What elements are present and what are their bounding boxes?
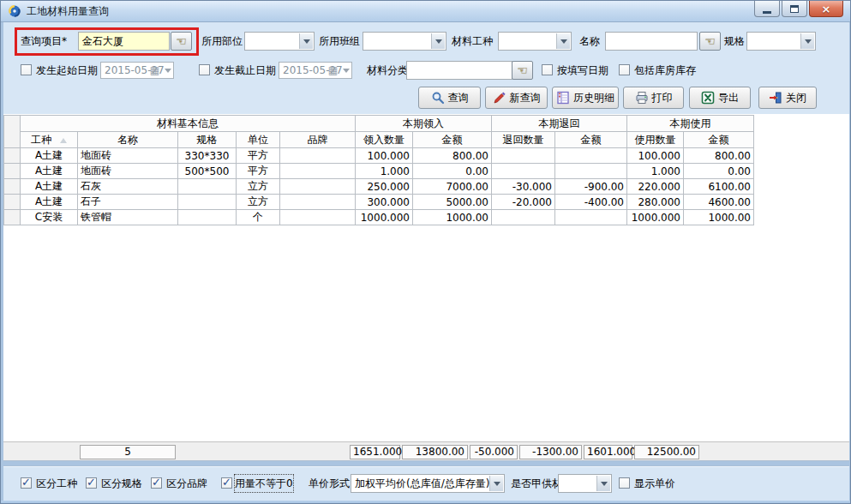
name-label: 名称 — [579, 32, 600, 51]
cell — [555, 210, 627, 225]
hand-picker-icon: ☜ — [704, 34, 716, 48]
chevron-down-icon — [556, 33, 570, 49]
table-row[interactable]: A土建石子立方300.0005000.00-20.000-400.00280.0… — [4, 195, 754, 210]
table-row[interactable]: A土建石灰立方250.0007000.00-30.000-900.00220.0… — [4, 179, 754, 195]
trade-select[interactable] — [498, 32, 572, 51]
cell: 铁管帽 — [78, 210, 178, 225]
new-query-button[interactable]: 新查询 — [485, 87, 548, 109]
cell: 石子 — [78, 195, 178, 210]
col-header-recv-amt[interactable]: 金额 — [413, 132, 492, 148]
distinguish-spec-checkbox[interactable] — [86, 477, 97, 489]
price-mode-select[interactable]: 加权平均价(总库值/总库存量) — [351, 474, 505, 493]
start-date-picker[interactable]: 2015-05-27 ▦ — [100, 62, 174, 79]
close-window-button[interactable]: 关闭 — [758, 87, 817, 109]
row-selector[interactable] — [4, 179, 21, 195]
total-used-amt: 12500.00 — [634, 445, 699, 459]
by-fill-date-checkbox[interactable] — [542, 64, 553, 75]
cell: 1.000 — [627, 164, 684, 179]
cell: -30.000 — [492, 179, 555, 195]
title-bar: 工地材料用量查询 × — [1, 1, 850, 22]
cell: 个 — [237, 210, 280, 225]
col-header-ret-amt[interactable]: 金额 — [555, 132, 627, 148]
history-grid-icon — [556, 91, 570, 105]
by-fill-date-label: 按填写日期 — [557, 61, 608, 80]
spec-select[interactable] — [746, 32, 816, 51]
calendar-icon: ▦ — [150, 64, 159, 76]
col-header-used-qty[interactable]: 使用数量 — [627, 132, 684, 148]
include-warehouse-checkbox[interactable] — [619, 64, 630, 75]
col-header-recv-qty[interactable]: 领入数量 — [356, 132, 413, 148]
query-button[interactable]: 查询 — [418, 87, 481, 109]
cell: -400.00 — [555, 195, 627, 210]
distinguish-trade-checkbox[interactable] — [21, 477, 32, 489]
col-header-name[interactable]: 名称 — [78, 132, 178, 148]
cell — [280, 195, 356, 210]
row-selector[interactable] — [4, 210, 21, 225]
options-bar: 区分工种 区分规格 区分品牌 用量不等于0 单价形式 加权平均价(总库值/总库存… — [3, 465, 849, 501]
name-picker-button[interactable]: ☜ — [699, 32, 721, 51]
chevron-down-icon — [596, 476, 610, 491]
chevron-down-icon — [489, 476, 503, 491]
cell — [492, 148, 555, 164]
hand-picker-icon: ☜ — [176, 34, 187, 48]
distinguish-brand-checkbox[interactable] — [151, 477, 162, 489]
start-date-label: 发生起始日期 — [36, 61, 98, 80]
window-title: 工地材料用量查询 — [27, 4, 109, 19]
usage-nonzero-checkbox[interactable] — [221, 477, 232, 489]
project-picker-button[interactable]: ☜ — [171, 32, 192, 51]
cell: A土建 — [21, 164, 78, 179]
col-header-used-amt[interactable]: 金额 — [684, 132, 754, 148]
app-window: 工地材料用量查询 × 查询项目* ☜ 所用部位 所用班组 材料工种 名称 ☜ 规… — [0, 0, 851, 504]
col-header-unit[interactable]: 单位 — [237, 132, 280, 148]
cell: 1000.00 — [684, 210, 754, 225]
material-table: 材料基本信息 本期领入 本期退回 本期使用 工种 名称 规格 单位 品牌 领入数… — [3, 115, 754, 225]
cell: 0.00 — [684, 164, 754, 179]
close-button[interactable]: × — [809, 1, 843, 17]
cell — [280, 164, 356, 179]
row-selector[interactable] — [4, 148, 21, 164]
col-header-brand[interactable]: 品牌 — [280, 132, 356, 148]
row-selector[interactable] — [4, 195, 21, 210]
cell: 1.000 — [356, 164, 413, 179]
col-header-trade[interactable]: 工种 — [21, 132, 78, 148]
chevron-down-icon — [800, 33, 814, 49]
usage-nonzero-label: 用量不等于0 — [235, 475, 293, 492]
end-date-checkbox[interactable] — [199, 64, 210, 75]
cell: 250.000 — [356, 179, 413, 195]
col-header-ret-qty[interactable]: 退回数量 — [492, 132, 555, 148]
department-select[interactable] — [244, 32, 315, 51]
cell — [492, 210, 555, 225]
col-header-spec[interactable]: 规格 — [178, 132, 237, 148]
cell: 500*500 — [178, 164, 237, 179]
team-select[interactable] — [363, 32, 446, 51]
chevron-down-icon — [299, 33, 313, 49]
minimize-button[interactable] — [754, 1, 780, 17]
name-input[interactable] — [605, 32, 698, 51]
cell: 1000.000 — [627, 210, 684, 225]
end-date-picker[interactable]: 2015-05-27 ▦ — [279, 62, 352, 79]
cell: -900.00 — [555, 179, 627, 195]
project-input[interactable] — [78, 32, 170, 51]
search-icon — [431, 91, 445, 105]
distinguish-trade-label: 区分工种 — [36, 475, 77, 492]
cell: A土建 — [21, 179, 78, 195]
cell: 石灰 — [78, 179, 178, 195]
show-unit-price-checkbox[interactable] — [619, 477, 630, 489]
spec-label: 规格 — [724, 32, 745, 51]
table-row[interactable]: C安装铁管帽个1000.0001000.001000.0001000.00 — [4, 210, 754, 225]
export-button[interactable]: 导出 — [689, 87, 751, 109]
category-input[interactable] — [406, 61, 512, 80]
history-detail-button[interactable]: 历史明细 — [552, 87, 619, 109]
table-row[interactable]: A土建地面砖330*330平方100.000800.00100.000800.0… — [4, 148, 754, 164]
maximize-icon — [790, 5, 799, 13]
row-selector[interactable] — [4, 164, 21, 179]
cell: 6100.00 — [684, 179, 754, 195]
start-date-checkbox[interactable] — [21, 64, 32, 75]
party-a-select[interactable] — [558, 474, 612, 493]
table-row[interactable]: A土建地面砖500*500平方1.0000.001.0000.00 — [4, 164, 754, 179]
category-picker-button[interactable]: ☜ — [512, 61, 533, 80]
maximize-button[interactable] — [782, 1, 807, 17]
chevron-down-icon — [431, 33, 445, 49]
distinguish-brand-label: 区分品牌 — [166, 475, 207, 492]
print-button[interactable]: 打印 — [623, 87, 684, 109]
